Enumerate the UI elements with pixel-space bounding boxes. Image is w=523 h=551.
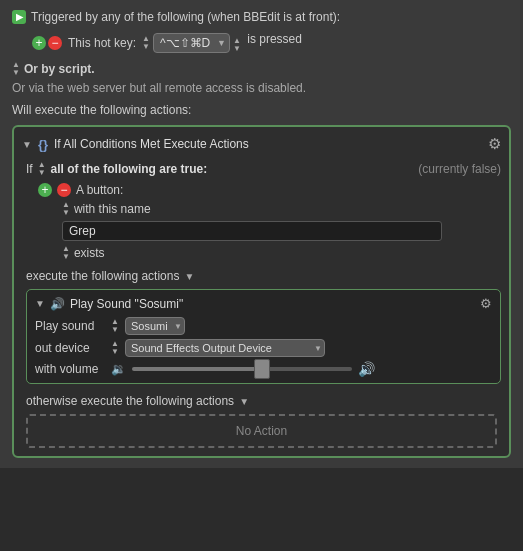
hotkey-updown-icon: ▲▼ [142, 35, 150, 51]
hotkey-dropdown-wrapper: ^⌥⇧⌘D ▼ [153, 33, 230, 53]
otherwise-label: otherwise execute the following actions [26, 394, 234, 408]
script-updown-icon: ▲▼ [12, 61, 20, 77]
volume-low-icon: 🔉 [111, 362, 126, 376]
execute-row: execute the following actions ▼ [26, 269, 501, 283]
volume-label: with volume [35, 362, 105, 376]
execute-arrow-icon: ▼ [184, 271, 194, 282]
play-sound-name-row: Play sound ▲▼ Sosumi ▼ [35, 317, 492, 335]
no-action-label: No Action [236, 424, 287, 438]
device-select-wrapper: Sound Effects Output Device ▼ [125, 339, 325, 357]
play-sound-gear-button[interactable]: ⚙ [480, 296, 492, 311]
play-sound-header: ▼ 🔊 Play Sound "Sosumi" ⚙ [35, 296, 492, 311]
device-updown-icon: ▲▼ [111, 340, 119, 356]
out-device-row: out device ▲▼ Sound Effects Output Devic… [35, 339, 492, 357]
hotkey-input-wrapper: ▲▼ ^⌥⇧⌘D ▼ ▲▼ is pressed [142, 32, 302, 53]
button-condition-row: + − A button: [38, 183, 501, 197]
grep-input[interactable] [62, 221, 442, 241]
button-condition: + − A button: ▲▼ with this name ▲▼ exist… [38, 183, 501, 261]
actions-header-left: ▼ {} If All Conditions Met Execute Actio… [22, 137, 249, 152]
or-via-label: Or via the web server but all remote acc… [12, 81, 511, 95]
exists-row: ▲▼ exists [62, 245, 501, 261]
actions-block: ▼ {} If All Conditions Met Execute Actio… [12, 125, 511, 458]
with-name-label: with this name [74, 202, 151, 216]
play-sound-collapse-icon[interactable]: ▼ [35, 298, 45, 309]
sound-select-wrapper: Sosumi ▼ [125, 317, 185, 335]
exists-updown-icon: ▲▼ [62, 245, 70, 261]
will-execute-label: Will execute the following actions: [12, 103, 511, 117]
a-button-label: A button: [76, 183, 123, 197]
remove-hotkey-button[interactable]: − [48, 36, 62, 50]
add-hotkey-button[interactable]: + [32, 36, 46, 50]
hotkey-select[interactable]: ^⌥⇧⌘D [153, 33, 230, 53]
pressed-updown-icon: ▲▼ [233, 37, 241, 53]
trigger-row: ▶ Triggered by any of the following (whe… [12, 10, 511, 24]
hotkey-label: This hot key: [68, 36, 136, 50]
remove-condition-button[interactable]: − [57, 183, 71, 197]
trigger-label: Triggered by any of the following (when … [31, 10, 340, 24]
actions-collapse-icon[interactable]: ▼ [22, 139, 32, 150]
with-name-row: ▲▼ with this name [62, 201, 501, 217]
grep-input-wrapper [62, 221, 501, 241]
device-select[interactable]: Sound Effects Output Device [125, 339, 325, 357]
is-pressed-label: ▲▼ is pressed [233, 32, 302, 53]
with-name-updown-icon: ▲▼ [62, 201, 70, 217]
condition-updown-icon: ▲▼ [38, 161, 46, 177]
play-sound-title: Play Sound "Sosumi" [70, 297, 183, 311]
hotkey-row: + − This hot key: ▲▼ ^⌥⇧⌘D ▼ ▲▼ is press… [32, 32, 511, 53]
volume-slider[interactable] [132, 367, 352, 371]
sound-icon: 🔊 [50, 297, 65, 311]
if-label: If [26, 162, 33, 176]
braces-icon: {} [38, 137, 48, 152]
sound-select[interactable]: Sosumi [125, 317, 185, 335]
actions-title: If All Conditions Met Execute Actions [54, 137, 249, 151]
all-label: all of the following are true: [51, 162, 208, 176]
volume-high-icon: 🔊 [358, 361, 375, 377]
currently-false-label: (currently false) [418, 162, 501, 176]
if-row: If ▲▼ all of the following are true: (cu… [26, 161, 501, 177]
add-condition-button[interactable]: + [38, 183, 52, 197]
play-sound-label: Play sound [35, 319, 105, 333]
trigger-checkbox[interactable]: ▶ [12, 10, 26, 24]
main-container: ▶ Triggered by any of the following (whe… [0, 0, 523, 468]
execute-label: execute the following actions [26, 269, 179, 283]
or-by-script-row: ▲▼ Or by script. [12, 61, 511, 77]
actions-header: ▼ {} If All Conditions Met Execute Actio… [22, 135, 501, 153]
add-remove-buttons: + − [32, 36, 62, 50]
play-sound-block: ▼ 🔊 Play Sound "Sosumi" ⚙ Play sound ▲▼ … [26, 289, 501, 384]
otherwise-row: otherwise execute the following actions … [26, 394, 501, 408]
or-by-script-label: Or by script. [24, 62, 95, 76]
exists-label: exists [74, 246, 105, 260]
volume-row: with volume 🔉 🔊 [35, 361, 492, 377]
otherwise-arrow-icon: ▼ [239, 396, 249, 407]
out-device-label: out device [35, 341, 105, 355]
actions-gear-button[interactable]: ⚙ [488, 135, 501, 153]
sound-name-updown-icon: ▲▼ [111, 318, 119, 334]
no-action-block: No Action [26, 414, 497, 448]
